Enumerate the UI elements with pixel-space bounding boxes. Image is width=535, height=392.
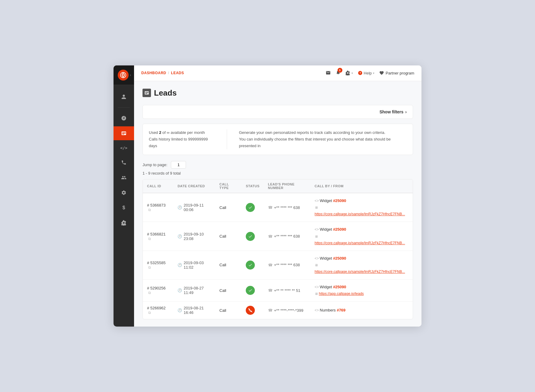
cell-call-id: # 5366873 ⧉ (143, 193, 173, 222)
phone-cell-icon: ☎ (268, 263, 273, 267)
widget-icon: <> (315, 199, 319, 203)
cell-type: Call (215, 279, 242, 301)
page-input[interactable] (171, 161, 186, 169)
url-link[interactable]: https://core.callpage.io/sample/lmRJzFkZ… (315, 270, 405, 274)
info-bar: Used 2 of ∞ available per month Calls hi… (143, 124, 413, 155)
cell-date: 🕐 2019-08-21 16:46 (173, 302, 215, 319)
copy-icon[interactable]: ⧉ (148, 291, 151, 295)
phone-number: +** **** *** 638 (274, 234, 300, 239)
page-header: Leads (143, 88, 413, 98)
records-info: 1 - 9 records of 9 total (143, 171, 413, 175)
cell-phone: ☎ +** ****-****-*399 (264, 302, 311, 319)
help-btn[interactable]: ? Help ▾ (358, 71, 375, 75)
sidebar-item-gear[interactable] (114, 216, 134, 230)
svg-text:?: ? (359, 72, 361, 75)
main-content: DASHBOARD / LEADS 5 ▾ ? Help (134, 65, 421, 327)
col-call-by: CALL BY / FROM (310, 179, 413, 193)
copy-icon[interactable]: ⧉ (148, 265, 151, 270)
status-badge (246, 286, 255, 295)
used-available-text: Used 2 of ∞ available per month (149, 129, 215, 136)
leads-table: CALL ID DATE CREATED CALL TYPE STATUS LE… (143, 179, 413, 319)
show-filters-btn[interactable]: Show filters › (380, 109, 407, 114)
table-container: CALL ID DATE CREATED CALL TYPE STATUS LE… (143, 179, 413, 319)
email-icon[interactable] (325, 70, 331, 76)
breadcrumb-dashboard[interactable]: DASHBOARD (141, 71, 166, 75)
cell-type: Call (215, 251, 242, 279)
page-title: Leads (154, 88, 177, 98)
sidebar-logo[interactable]: › (114, 65, 134, 85)
topbar: DASHBOARD / LEADS 5 ▾ ? Help (134, 65, 421, 81)
cell-call-by: <>Widget #25090 🖥https://core.callpage.i… (310, 251, 413, 279)
notifications-icon[interactable]: 5 (336, 70, 341, 76)
topbar-actions: 5 ▾ ? Help ▾ Partner program (325, 70, 414, 76)
sidebar-item-code[interactable]: </> (114, 141, 134, 154)
status-badge (246, 306, 255, 315)
partner-btn[interactable]: Partner program (379, 71, 414, 75)
cell-call-by: <>Widget #25090 🖥https://app.callpage.io… (310, 279, 413, 301)
help-chevron-icon: ▾ (373, 71, 374, 75)
sidebar-item-settings[interactable] (114, 186, 134, 200)
table-row: # 5266962 ⧉ 🕐 2019-08-21 16:46 Call ☎ +*… (143, 302, 413, 319)
generate-text: Generate your own personalized reports t… (239, 129, 407, 136)
sidebar-item-billing[interactable]: $ (114, 201, 134, 215)
page-content: Leads Show filters › Used 2 of ∞ availab… (134, 81, 421, 327)
cell-status (242, 279, 264, 301)
cell-call-by: <>Widget #25090 🖥https://core.callpage.i… (310, 193, 413, 222)
cell-call-by: <>Numbers #769 (310, 302, 413, 319)
sidebar-item-team[interactable] (114, 171, 134, 185)
breadcrumb: DASHBOARD / LEADS (141, 71, 184, 75)
cell-status (242, 251, 264, 279)
col-date-created: DATE CREATED (173, 179, 215, 193)
gear-settings-btn[interactable]: ▾ (345, 71, 353, 75)
clock-icon: 🕐 (178, 263, 182, 267)
sidebar-item-phone[interactable] (114, 156, 134, 169)
widget-id: #25090 (333, 285, 346, 289)
cell-call-id: # 5266962 ⧉ (143, 302, 173, 319)
clock-icon: 🕐 (178, 288, 182, 292)
filter-text: You can individually choose the filters … (239, 136, 407, 149)
sidebar-item-contacts[interactable] (114, 90, 134, 104)
status-badge (246, 203, 255, 212)
clock-icon: 🕐 (178, 234, 182, 239)
date-value: 2019-09-10 23:08 (184, 232, 211, 241)
copy-icon[interactable]: ⧉ (148, 208, 151, 212)
date-value: 2019-09-03 11:02 (184, 261, 211, 270)
cell-type: Call (215, 222, 242, 251)
sidebar: › </> (114, 65, 134, 327)
widget-id: #25090 (333, 256, 346, 261)
per-month-text: available per month (171, 130, 205, 135)
cell-status (242, 302, 264, 319)
url-link[interactable]: https://core.callpage.io/sample/lmRJzFkZ… (315, 241, 405, 245)
cell-call-id: # 5366821 ⧉ (143, 222, 173, 251)
date-value: 2019-09-11 00:06 (184, 203, 211, 212)
table-row: # 5366873 ⧉ 🕐 2019-09-11 00:06 Call ☎ +*… (143, 193, 413, 222)
partner-label: Partner program (386, 71, 414, 75)
col-status: STATUS (242, 179, 264, 193)
status-badge (246, 261, 255, 270)
cell-phone: ☎ +** **** *** 638 (264, 193, 311, 222)
col-call-type: CALL TYPE (215, 179, 242, 193)
cell-call-by: <>Widget #25090 🖥https://core.callpage.i… (310, 222, 413, 251)
widget-id: #25090 (333, 227, 346, 232)
cell-date: 🕐 2019-09-03 11:02 (173, 251, 215, 279)
status-badge (246, 232, 255, 241)
copy-icon[interactable]: ⧉ (148, 237, 151, 241)
url-link[interactable]: https://core.callpage.io/sample/lmRJzFkZ… (315, 212, 405, 216)
phone-number: +** ****-****-*399 (274, 308, 303, 313)
phone-cell-icon: ☎ (268, 288, 273, 292)
copy-icon[interactable]: ⧉ (148, 311, 151, 315)
phone-cell-icon: ☎ (268, 205, 273, 210)
sidebar-item-analytics[interactable] (114, 111, 134, 125)
col-call-id: CALL ID (143, 179, 173, 193)
widget-icon: <> (315, 308, 319, 312)
phone-cell-icon: ☎ (268, 234, 273, 239)
cell-date: 🕐 2019-09-10 23:08 (173, 222, 215, 251)
url-link[interactable]: https://app.callpage.io/leads (319, 292, 364, 296)
clock-icon: 🕐 (178, 308, 182, 312)
table-row: # 5325585 ⧉ 🕐 2019-09-03 11:02 Call ☎ +*… (143, 251, 413, 279)
phone-number: +** ** **** ** 51 (274, 288, 300, 293)
sidebar-item-leads[interactable] (114, 126, 134, 140)
widget-icon: <> (315, 285, 319, 289)
app-window: › </> (114, 65, 421, 327)
cell-phone: ☎ +** **** *** 638 (264, 251, 311, 279)
